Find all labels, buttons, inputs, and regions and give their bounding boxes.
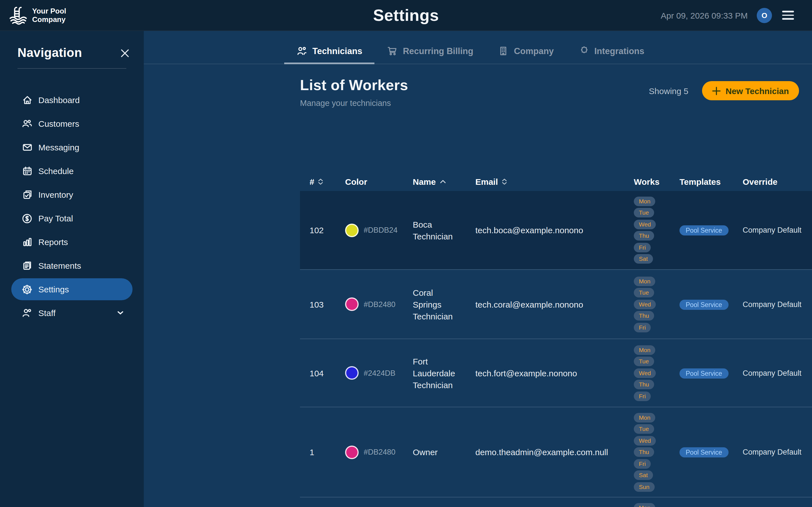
cell-name: Fort Lauderdale Technician <box>413 355 475 391</box>
workday-badge: Tue <box>634 356 654 366</box>
home-icon <box>21 95 33 105</box>
sort-icon <box>502 178 507 184</box>
cell-works: MonTueWedThuFriSat <box>634 196 679 264</box>
bar-chart-icon <box>21 237 33 247</box>
table-row[interactable]: 105 #24DBDB West Palm Beach Technician t… <box>300 497 812 507</box>
sidebar-item-messaging[interactable]: Messaging <box>11 136 133 158</box>
gear-icon <box>21 284 33 295</box>
workday-badge: Tue <box>634 208 654 218</box>
cell-email: tech.coral@example.nonono <box>475 299 634 309</box>
workday-badge: Wed <box>634 436 656 445</box>
plus-icon <box>712 87 720 95</box>
sidebar-item-reports[interactable]: Reports <box>11 231 133 253</box>
cell-email: tech.boca@example.nonono <box>475 225 634 235</box>
clipboard-check-icon <box>21 189 33 200</box>
sidebar-item-label: Dashboard <box>38 95 80 105</box>
table-body: 102 #DBDB24 Boca Technician tech.boca@ex… <box>300 191 812 507</box>
hamburger-menu-icon[interactable] <box>781 10 795 21</box>
color-swatch <box>345 297 359 311</box>
calendar-icon <box>21 166 33 176</box>
column-label: Templates <box>679 177 721 186</box>
column-header-color: Color <box>345 177 413 186</box>
sidebar-item-staff[interactable]: Staff <box>11 302 133 324</box>
tab-integrations[interactable]: Integrations <box>566 40 657 64</box>
column-header-works: Works <box>634 177 679 186</box>
sidebar-title: Navigation <box>17 46 82 60</box>
cell-template: Pool Service <box>679 368 743 378</box>
close-icon[interactable] <box>121 49 129 57</box>
sidebar-item-label: Schedule <box>38 166 73 176</box>
cell-override: Company Default <box>743 300 812 308</box>
tab-recurring-billing[interactable]: Recurring Billing <box>375 40 486 64</box>
column-header-name[interactable]: Name <box>413 177 475 186</box>
sidebar-item-label: Pay Total <box>38 214 73 223</box>
cell-template: Pool Service <box>679 447 743 457</box>
table-row[interactable]: 104 #2424DB Fort Lauderdale Technician t… <box>300 339 812 407</box>
sidebar-item-label: Reports <box>38 237 68 247</box>
cell-works: MonTueWed <box>634 503 679 507</box>
sidebar-item-schedule[interactable]: Schedule <box>11 160 133 182</box>
sidebar-item-settings[interactable]: Settings <box>11 278 133 300</box>
sidebar-item-pay-total[interactable]: Pay Total <box>11 207 133 229</box>
template-badge: Pool Service <box>679 299 728 309</box>
tab-label: Recurring Billing <box>403 46 473 56</box>
cell-works: MonTueWedThuFriSatSun <box>634 413 679 492</box>
column-header-email[interactable]: Email <box>475 177 634 186</box>
section-title: List of Workers <box>300 76 649 94</box>
workday-badge: Mon <box>634 503 656 507</box>
cart-icon <box>387 46 398 56</box>
tab-technicians[interactable]: Technicians <box>284 40 375 64</box>
chevron-down-icon[interactable] <box>117 311 123 315</box>
workday-badge: Mon <box>634 196 656 206</box>
color-swatch <box>345 445 359 459</box>
workday-badge: Wed <box>634 299 656 309</box>
new-technician-button[interactable]: New Technician <box>702 81 799 100</box>
tab-company[interactable]: Company <box>486 40 566 64</box>
table-header-row: #ColorNameEmailWorksTemplatesOverrideSta… <box>300 172 812 191</box>
workday-badge: Mon <box>634 276 656 286</box>
column-label: # <box>310 177 314 186</box>
cell-override: Company Default <box>743 448 812 456</box>
app-root: Your Pool Company Settings Apr 09, 2026 … <box>0 0 812 507</box>
color-hex: #2424DB <box>364 369 396 377</box>
sidebar-item-customers[interactable]: Customers <box>11 113 133 135</box>
workday-badge: Fri <box>634 391 651 401</box>
cell-color: #DBDB24 <box>345 223 413 237</box>
users-icon <box>21 118 33 129</box>
color-swatch <box>345 223 359 237</box>
color-hex: #DB2480 <box>364 300 396 308</box>
sidebar-item-inventory[interactable]: Inventory <box>11 184 133 206</box>
avatar[interactable]: O <box>757 8 772 23</box>
workday-badge: Thu <box>634 311 654 321</box>
column-label: Works <box>634 177 659 186</box>
cell-color: #2424DB <box>345 366 413 380</box>
template-badge: Pool Service <box>679 225 728 235</box>
sidebar-item-dashboard[interactable]: Dashboard <box>11 89 133 111</box>
navigation-sidebar: Navigation Dashboard Customers Messaging… <box>0 31 144 507</box>
workday-badge: Tue <box>634 424 654 434</box>
company-logo: Your Pool Company <box>8 5 66 25</box>
sidebar-item-statements[interactable]: Statements <box>11 255 133 277</box>
showing-count: Showing 5 <box>649 86 688 96</box>
workday-badge: Thu <box>634 231 654 241</box>
sidebar-nav-list: Dashboard Customers Messaging Schedule I… <box>0 89 144 324</box>
workday-badge: Wed <box>634 220 656 229</box>
table-row[interactable]: 103 #DB2480 Coral Springs Technician tec… <box>300 269 812 339</box>
table-row[interactable]: 1 #DB2480 Owner demo.theadmin@example.co… <box>300 407 812 497</box>
workday-badge: Wed <box>634 368 656 378</box>
tab-label: Technicians <box>312 46 362 56</box>
table-row[interactable]: 102 #DBDB24 Boca Technician tech.boca@ex… <box>300 191 812 269</box>
sort-asc-icon <box>440 179 446 183</box>
workday-badge: Sun <box>634 482 654 492</box>
pool-ladder-waves-icon <box>8 5 29 25</box>
column-header--[interactable]: # <box>310 177 345 186</box>
color-hex: #DBDB24 <box>364 226 398 234</box>
mail-icon <box>21 142 33 153</box>
color-hex: #DB2480 <box>364 448 396 456</box>
section-subtitle: Manage your technicians <box>300 99 649 108</box>
cell-id: 1 <box>310 447 345 457</box>
sidebar-item-label: Customers <box>38 119 79 128</box>
cell-email: demo.theadmin@example.com.null <box>475 447 634 457</box>
workday-badge: Sat <box>634 470 653 480</box>
workday-badge: Thu <box>634 447 654 457</box>
